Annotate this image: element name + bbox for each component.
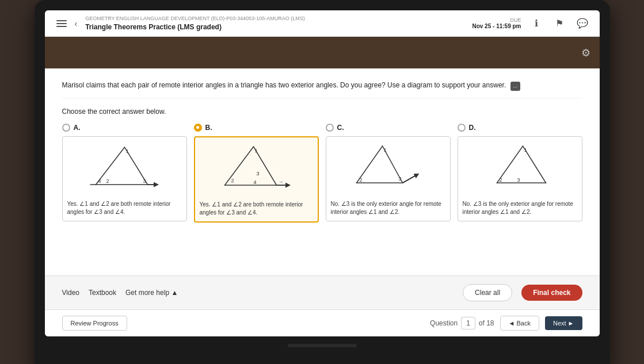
dark-header-band: ⚙ [45, 37, 600, 68]
svg-text:1: 1 [524, 147, 527, 153]
radio-c[interactable] [326, 124, 334, 132]
radio-d[interactable] [458, 124, 466, 132]
main-content: Marisol claims that each pair of remote … [45, 68, 600, 275]
radio-b[interactable] [194, 124, 202, 132]
svg-text:2: 2 [231, 178, 234, 183]
radio-a[interactable] [62, 124, 70, 132]
final-check-button[interactable]: Final check [521, 285, 582, 301]
svg-text:3: 3 [398, 176, 401, 182]
textbook-link[interactable]: Textbook [89, 289, 116, 297]
svg-text:→: → [278, 179, 283, 185]
svg-text:2: 2 [106, 178, 109, 184]
svg-text:1: 1 [383, 147, 386, 153]
option-c-box: 1 2 3 No. ∠3 is the only exterior angle … [326, 136, 451, 221]
svg-text:2: 2 [499, 177, 502, 183]
svg-text:1: 1 [125, 148, 128, 154]
question-number: 1 [461, 317, 475, 329]
option-b-box: 1 2 3 4 → Yes. ∠1 and ∠2 are both remote… [194, 136, 319, 223]
question-info: Question 1 of 18 [430, 317, 494, 329]
svg-marker-0 [96, 147, 147, 185]
svg-text:3: 3 [517, 177, 520, 183]
option-a-box: 1 4 2 3 Yes. ∠1 and ∠2 are both remote i… [62, 136, 187, 221]
option-c-desc: No. ∠3 is the only exterior angle for re… [331, 200, 445, 216]
option-c[interactable]: C. 1 2 [326, 124, 451, 221]
svg-text:3: 3 [143, 178, 146, 184]
get-more-help-link[interactable]: Get more help ▲ [125, 289, 178, 297]
choose-label: Choose the correct answer below. [62, 108, 582, 116]
back-arrow-icon[interactable]: ‹ [75, 19, 78, 28]
svg-line-18 [402, 175, 417, 183]
clear-all-button[interactable]: Clear all [463, 284, 512, 301]
svg-text:4: 4 [98, 178, 101, 184]
triangle-b-svg: 1 2 3 4 → [200, 142, 313, 194]
option-d-box: 1 2 3 No. ∠3 is the only exterior angle … [458, 136, 582, 221]
option-c-label: C. [337, 124, 344, 132]
breadcrumb: GEOMETRY ENGLISH LANGUAGE DEVELOPMENT (E… [85, 15, 305, 32]
question-text: Marisol claims that each pair of remote … [62, 80, 582, 98]
due-info: DUE Nov 25 - 11:59 pm [472, 17, 521, 29]
option-b[interactable]: B. 1 2 [194, 124, 319, 223]
top-bar: ‹ GEOMETRY ENGLISH LANGUAGE DEVELOPMENT … [45, 10, 600, 37]
svg-text:1: 1 [254, 148, 257, 154]
hamburger-menu[interactable] [54, 18, 69, 29]
next-button[interactable]: Next ► [545, 316, 582, 330]
option-b-desc: Yes. ∠1 and ∠2 are both remote interiora… [200, 201, 313, 217]
option-a-desc: Yes. ∠1 and ∠2 are both remote interiora… [67, 200, 182, 216]
triangle-a-svg: 1 4 2 3 [67, 141, 182, 193]
svg-text:2: 2 [359, 177, 362, 183]
svg-text:4: 4 [253, 179, 256, 185]
chat-icon-button[interactable]: 💬 [574, 16, 590, 32]
options-row: A. 1 [62, 124, 582, 223]
svg-text:3: 3 [256, 171, 259, 177]
option-d[interactable]: D. 1 2 3 No. ∠3 is the only exterior ang… [458, 124, 582, 221]
review-progress-button[interactable]: Review Progross [62, 316, 127, 331]
flag-icon-button[interactable]: ⚑ [551, 16, 567, 32]
info-icon-button[interactable]: ℹ [528, 16, 544, 32]
option-a[interactable]: A. 1 [62, 124, 187, 221]
triangle-c-svg: 1 2 3 [331, 141, 445, 193]
svg-marker-22 [497, 146, 546, 183]
gear-icon-button[interactable]: ⚙ [581, 47, 590, 59]
triangle-d-svg: 1 2 3 [463, 141, 577, 193]
option-a-label: A. [74, 124, 81, 132]
expand-icon[interactable]: ... [510, 82, 521, 91]
option-d-desc: No. ∠3 is the only exterior angle for re… [463, 200, 577, 216]
bottom-toolbar: Video Textbook Get more help ▲ Clear all… [45, 275, 600, 309]
nav-bar: Review Progross Question 1 of 18 ◄ Back … [45, 309, 600, 336]
svg-marker-16 [356, 146, 402, 183]
back-button[interactable]: ◄ Back [500, 316, 539, 331]
option-d-label: D. [469, 124, 476, 132]
option-b-label: B. [205, 124, 212, 132]
video-link[interactable]: Video [62, 289, 79, 297]
